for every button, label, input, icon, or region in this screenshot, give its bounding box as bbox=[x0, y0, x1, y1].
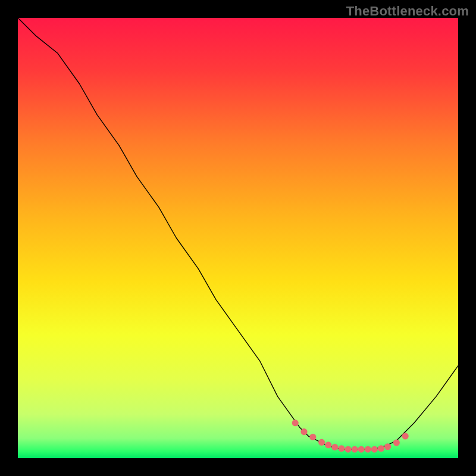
highlight-dot bbox=[371, 446, 378, 453]
highlight-dot bbox=[393, 440, 400, 446]
highlight-dot bbox=[325, 441, 331, 448]
highlight-dot bbox=[402, 433, 409, 439]
highlight-dot bbox=[378, 445, 384, 452]
highlight-dot bbox=[318, 439, 325, 446]
highlight-dot bbox=[331, 444, 338, 450]
chart-stage: TheBottleneck.com bbox=[0, 0, 476, 476]
highlight-dot bbox=[309, 434, 316, 440]
bottleneck-chart bbox=[18, 18, 458, 458]
highlight-dot bbox=[365, 446, 371, 453]
highlight-dot bbox=[300, 428, 307, 435]
highlight-dot bbox=[338, 445, 345, 452]
highlight-dot bbox=[358, 446, 365, 453]
highlight-dot bbox=[384, 443, 391, 450]
chart-background bbox=[18, 18, 458, 458]
highlight-dot bbox=[352, 446, 358, 453]
watermark-text: TheBottleneck.com bbox=[346, 4, 469, 19]
highlight-dot bbox=[292, 419, 299, 426]
highlight-dot bbox=[345, 446, 351, 453]
